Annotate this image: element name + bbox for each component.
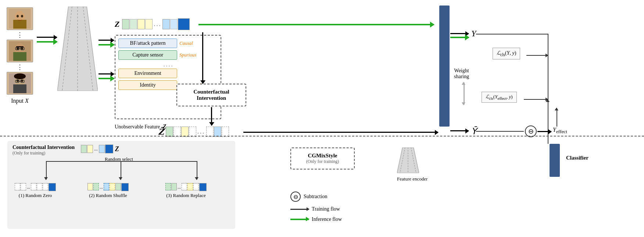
subtract-icon: ⊖: [528, 128, 534, 135]
unobservable-feature-box: BF/attack pattern Causal Capture sensor …: [115, 35, 221, 119]
svg-rect-2: [13, 20, 26, 29]
training-flow-line: [290, 209, 309, 210]
dots-between-faces-2: ⋮: [17, 64, 23, 70]
opt2-c2: [93, 183, 99, 190]
z-dots: ...: [154, 21, 161, 28]
z-cell-3: [137, 19, 145, 29]
subtraction-label: Subtraction: [304, 194, 328, 200]
opt3-c1: [165, 183, 171, 190]
loss1-box: ℒcls(Y, y): [493, 48, 520, 59]
cf-bottom-subtitle: (Only for training): [12, 150, 230, 156]
loss2-box: ℒcls(Yeffect, y): [482, 92, 517, 103]
cgmix-subtitle: (Only for training): [296, 159, 349, 164]
ci-z3: [99, 145, 105, 153]
ybar-to-subtract-line: [476, 131, 524, 132]
encoder-to-unobs-green: [99, 78, 114, 79]
opt3-c4: [187, 183, 193, 190]
y-effect-label: Yeffect: [553, 127, 567, 135]
inference-flow-label: Inference flow: [312, 216, 342, 222]
opt1-dots: ...: [27, 185, 30, 190]
opt2-c4: [110, 183, 115, 190]
top-section: ⋮ ⋮: [0, 0, 644, 136]
cf-to-zbar-arrow: [211, 107, 212, 125]
training-flow-legend: Training flow: [290, 206, 342, 212]
spurious-annotation: Spurious: [179, 52, 196, 58]
opt2-c6: [121, 183, 129, 191]
z-cell-2: [130, 19, 137, 29]
input-images: ⋮ ⋮: [7, 7, 33, 104]
ci-z1: [81, 145, 87, 153]
input-to-encoder-green-arrow: [37, 41, 57, 43]
cgmix-box: CGMixStyle (Only for training): [290, 147, 355, 169]
option3-container: ... (3) Random Replace: [165, 183, 207, 198]
opt3-c6: [199, 183, 207, 191]
causal-annotation: Causal: [179, 40, 193, 46]
opt1-c5: [43, 183, 48, 190]
svg-point-3: [17, 15, 19, 18]
face-image-2: [7, 40, 33, 62]
y-to-loss-line: [548, 34, 548, 144]
zbar-dots: ...: [197, 128, 205, 135]
opt1-c1: [15, 183, 20, 190]
subtraction-circle-legend: ⊖: [290, 192, 301, 202]
z-bar-vector: Z̄ ...: [158, 127, 229, 137]
dots-between-faces-1: ⋮: [17, 32, 23, 38]
option2-container: ... (2) Random Shuffle: [87, 183, 129, 198]
identity-label: Identity: [118, 80, 177, 90]
minus-icon: ⊖: [293, 193, 298, 200]
environment-label: Environment: [118, 69, 177, 78]
face-image-3: [7, 72, 33, 95]
z-cell-5: [162, 19, 170, 29]
classifier-legend-block: [550, 144, 560, 177]
main-container: ⋮ ⋮: [0, 0, 644, 237]
classifier-to-y-green: [450, 37, 469, 38]
opt3-c5: [193, 183, 199, 190]
encoder-to-z-black: [99, 40, 114, 41]
subtract-to-yeffect-arrow: [537, 131, 551, 132]
z-cell-1: [122, 19, 129, 29]
cgmix-title: CGMixStyle: [296, 153, 349, 159]
svg-marker-24: [57, 7, 98, 91]
option3-cells: ...: [165, 183, 207, 191]
option3-label: (3) Random Replace: [165, 193, 207, 198]
option2-label: (2) Random Shuffle: [87, 193, 129, 198]
feature-encoder-legend: Feature encoder: [397, 147, 427, 182]
opt3-c2: [171, 183, 177, 190]
svg-point-20: [14, 73, 26, 79]
ci-z-vector: ... Z: [81, 145, 119, 153]
cf-subtitle: Intervention: [181, 95, 242, 101]
zbar-to-classifier-black: [243, 132, 438, 133]
zbar-cell-3: [181, 127, 189, 137]
weight-share-arrow-down: [464, 94, 465, 105]
ci-z4: [105, 145, 113, 153]
arrow-to-option1: [46, 161, 47, 179]
classifier-legend-label: Classifier: [566, 155, 588, 161]
bf-attack-label: BF/attack pattern: [118, 39, 177, 48]
opt2-c3: [104, 183, 109, 190]
opt1-c6: [49, 183, 56, 191]
zbar-cell-4: [189, 127, 196, 137]
zbar-cell-6: [214, 127, 221, 137]
face-image-1: [7, 7, 33, 30]
z-cell-7: [178, 18, 190, 30]
weight-sharing: Weight sharing: [454, 68, 469, 105]
classifier-to-y-black: [450, 33, 469, 34]
opt2-c1: [87, 183, 93, 190]
arrow-to-option2: [121, 161, 121, 179]
opt3-c3: [182, 183, 187, 190]
z-to-classifier-green: [198, 24, 434, 25]
opt3-dots: ...: [178, 185, 181, 190]
subtraction-legend: ⊖ Subtraction: [290, 192, 342, 202]
weight-share-arrow-up: [464, 83, 465, 94]
cf-bottom-title: Counterfactual Intervention: [12, 145, 230, 150]
ci-z2: [87, 145, 93, 153]
legend-bottom: ⊖ Subtraction Training flow Inference fl…: [290, 192, 342, 222]
feature-encoder: [57, 7, 98, 91]
capture-sensor-label: Capture sensor: [118, 50, 177, 60]
classifier-to-ybar-black: [450, 130, 469, 131]
to-loss1-arrow: [548, 52, 549, 53]
z-to-cf-arrow: [202, 32, 203, 84]
training-flow-label: Training flow: [312, 206, 340, 212]
z-cell-6: [170, 19, 178, 29]
cf-title: Counterfactual: [181, 89, 242, 95]
